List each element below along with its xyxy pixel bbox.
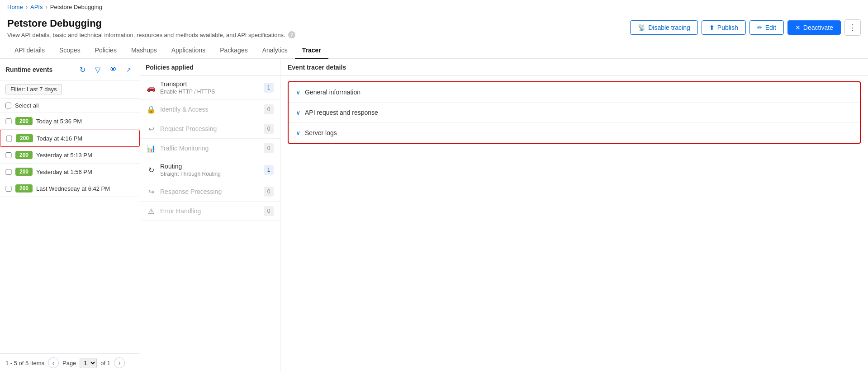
policy-error-handling[interactable]: ⚠ Error Handling 0 [140, 202, 280, 221]
event-item[interactable]: 200 Today at 5:36 PM [0, 113, 140, 130]
help-icon[interactable]: ? [288, 31, 295, 38]
chevron-down-icon: ∨ [296, 129, 300, 136]
event-time-0: Today at 5:36 PM [36, 118, 82, 125]
page-description: View API details, basic and technical in… [7, 31, 295, 38]
breadcrumb-home[interactable]: Home [7, 4, 23, 10]
refresh-icon[interactable]: ↻ [76, 64, 88, 75]
event-time-3: Yesterday at 1:56 PM [36, 169, 92, 175]
identify-name: Identify & Access [160, 106, 209, 113]
event-time-4: Last Wednesday at 6:42 PM [36, 185, 110, 192]
status-badge-0: 200 [15, 117, 33, 125]
chevron-down-icon: ∨ [296, 89, 300, 96]
event-checkbox-1[interactable] [6, 136, 12, 141]
server-logs-label: Server logs [305, 129, 337, 136]
policies-header: Policies applied [140, 59, 280, 76]
response-icon: ↪ [147, 187, 156, 196]
export-icon[interactable]: ↗ [123, 64, 134, 75]
publish-button[interactable]: ⬆ Publish [702, 20, 746, 35]
identify-icon: 🔒 [147, 105, 156, 114]
filter-icon[interactable]: ▽ [92, 64, 104, 75]
disable-tracing-button[interactable]: 📡 Disable tracing [630, 20, 698, 35]
tracer-header: Event tracer details [280, 59, 868, 76]
general-information-row[interactable]: ∨ General information [289, 82, 860, 103]
header-actions: 📡 Disable tracing ⬆ Publish ✏ Edit ✕ Dea… [630, 19, 861, 36]
page-number-select[interactable]: 1 [80, 358, 97, 368]
request-name: Request Processing [160, 125, 217, 132]
api-request-response-label: API request and response [305, 109, 378, 116]
tab-packages[interactable]: Packages [213, 42, 255, 59]
status-badge-2: 200 [15, 151, 33, 159]
tab-scopes[interactable]: Scopes [52, 42, 88, 59]
x-circle-icon: ✕ [795, 24, 801, 31]
breadcrumb-apis[interactable]: APIs [30, 4, 43, 10]
transport-name: Transport [160, 80, 215, 88]
event-item[interactable]: 200 Yesterday at 1:56 PM [0, 164, 140, 180]
response-name: Response Processing [160, 188, 222, 195]
breadcrumb: Home › APIs › Petstore Debugging [0, 0, 868, 14]
api-request-response-row[interactable]: ∨ API request and response [289, 103, 860, 123]
tabs: API details Scopes Policies Mashups Appl… [0, 42, 868, 59]
policy-transport[interactable]: 🚗 Transport Enable HTTP / HTTPS 1 [140, 76, 280, 100]
status-badge-3: 200 [15, 168, 33, 176]
policy-response-processing[interactable]: ↪ Response Processing 0 [140, 182, 280, 202]
server-logs-row[interactable]: ∨ Server logs [289, 123, 860, 143]
events-list: 200 Today at 5:36 PM 200 Today at 4:16 P… [0, 113, 140, 353]
page-label: Page [62, 360, 76, 366]
identify-count: 0 [264, 104, 274, 114]
event-checkbox-0[interactable] [5, 118, 12, 124]
filter-badge[interactable]: Filter: Last 7 days [5, 84, 62, 94]
event-checkbox-2[interactable] [5, 152, 12, 158]
event-checkbox-4[interactable] [5, 186, 12, 192]
tab-analytics[interactable]: Analytics [255, 42, 295, 59]
tab-api-details[interactable]: API details [7, 42, 52, 59]
runtime-events-title: Runtime events [5, 66, 52, 73]
event-item-selected[interactable]: 200 Today at 4:16 PM [0, 130, 140, 147]
filter-bar: Filter: Last 7 days [0, 80, 140, 99]
panel-left-icons: ↻ ▽ 👁 ↗ [76, 64, 134, 75]
transport-icon: 🚗 [147, 83, 156, 92]
eye-icon[interactable]: 👁 [107, 64, 119, 75]
more-options-button[interactable]: ⋮ [844, 19, 861, 36]
tab-tracer[interactable]: Tracer [295, 42, 328, 59]
page-header: Petstore Debugging View API details, bas… [0, 14, 868, 38]
response-count: 0 [264, 187, 274, 197]
policy-identify-access[interactable]: 🔒 Identify & Access 0 [140, 100, 280, 119]
event-item[interactable]: 200 Last Wednesday at 6:42 PM [0, 180, 140, 197]
routing-sub: Straight Through Routing [160, 171, 221, 177]
status-badge-4: 200 [15, 184, 33, 192]
traffic-icon: 📊 [147, 144, 156, 153]
request-count: 0 [264, 124, 274, 134]
error-count: 0 [264, 206, 274, 216]
select-all-checkbox[interactable] [5, 103, 11, 108]
panel-right: Event tracer details ∨ General informati… [280, 59, 868, 372]
select-all-row: Select all [0, 99, 140, 113]
tab-applications[interactable]: Applications [164, 42, 213, 59]
deactivate-button[interactable]: ✕ Deactivate [787, 20, 841, 35]
panel-left: Runtime events ↻ ▽ 👁 ↗ Filter: Last 7 da… [0, 59, 140, 372]
traffic-name: Traffic Monitoring [160, 145, 209, 152]
satellite-icon: 📡 [638, 24, 645, 31]
tracer-content: ∨ General information ∨ API request and … [280, 76, 868, 372]
prev-page-button[interactable]: ‹ [48, 357, 59, 368]
event-item[interactable]: 200 Yesterday at 5:13 PM [0, 147, 140, 164]
panel-left-footer: 1 - 5 of 5 items ‹ Page 1 of 1 › [0, 353, 140, 372]
tracer-details-section: ∨ General information ∨ API request and … [288, 81, 861, 144]
policy-traffic-monitoring[interactable]: 📊 Traffic Monitoring 0 [140, 139, 280, 158]
traffic-count: 0 [264, 143, 274, 153]
next-page-button[interactable]: › [114, 357, 125, 368]
policy-routing[interactable]: ↻ Routing Straight Through Routing 1 [140, 158, 280, 182]
error-name: Error Handling [160, 207, 201, 215]
event-checkbox-3[interactable] [5, 169, 12, 175]
transport-sub: Enable HTTP / HTTPS [160, 89, 215, 95]
policy-list: 🚗 Transport Enable HTTP / HTTPS 1 🔒 Iden… [140, 76, 280, 372]
panel-middle: Policies applied 🚗 Transport Enable HTTP… [140, 59, 280, 372]
error-icon: ⚠ [147, 207, 156, 216]
policy-request-processing[interactable]: ↩ Request Processing 0 [140, 119, 280, 139]
routing-count: 1 [264, 165, 274, 175]
panel-left-header: Runtime events ↻ ▽ 👁 ↗ [0, 59, 140, 80]
tab-mashups[interactable]: Mashups [124, 42, 164, 59]
items-count-label: 1 - 5 of 5 items [5, 360, 44, 366]
tab-policies[interactable]: Policies [88, 42, 124, 59]
breadcrumb-current: Petstore Debugging [50, 4, 102, 10]
edit-button[interactable]: ✏ Edit [749, 20, 784, 35]
